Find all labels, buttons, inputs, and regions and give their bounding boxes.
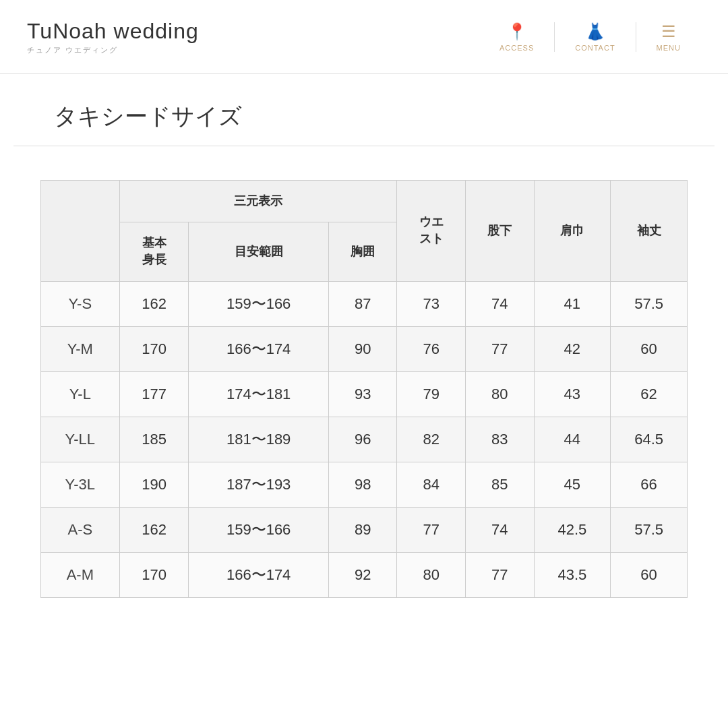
- cell-waist: 80: [397, 552, 466, 597]
- nav-access[interactable]: 📍 ACCESS: [479, 22, 555, 52]
- cell-kata: 41: [534, 281, 611, 326]
- cell-waist: 84: [397, 462, 466, 507]
- cell-kata: 43: [534, 371, 611, 417]
- cell-meyasu: 187〜193: [189, 462, 328, 507]
- nav-contact[interactable]: 👗 CONTACT: [555, 22, 636, 52]
- cell-meyasu: 166〜174: [189, 326, 328, 371]
- table-area: 三元表示 ウエスト 股下 肩巾 袖丈 基本身長 目安範囲 胸囲 Y-S16215…: [0, 146, 728, 632]
- size-table: 三元表示 ウエスト 股下 肩巾 袖丈 基本身長 目安範囲 胸囲 Y-S16215…: [40, 180, 688, 598]
- cell-kihon: 170: [119, 552, 189, 597]
- th-size-empty: [41, 181, 120, 282]
- menu-icon: ☰: [661, 22, 676, 41]
- cell-kata: 42: [534, 326, 611, 371]
- cell-sode: 57.5: [611, 281, 688, 326]
- cell-meyasu: 181〜189: [189, 417, 328, 462]
- th-meyasu: 目安範囲: [189, 222, 328, 281]
- contact-label: CONTACT: [575, 44, 615, 52]
- table-row: Y-3L190187〜1939884854566: [41, 462, 688, 507]
- table-row: A-M170166〜17492807743.560: [41, 552, 688, 597]
- cell-mune: 92: [328, 552, 397, 597]
- cell-mata: 74: [465, 507, 534, 552]
- cell-size: A-S: [41, 507, 120, 552]
- nav-menu[interactable]: ☰ MENU: [636, 22, 701, 52]
- cell-mata: 83: [465, 417, 534, 462]
- table-row: Y-M170166〜1749076774260: [41, 326, 688, 371]
- cell-mune: 90: [328, 326, 397, 371]
- cell-waist: 79: [397, 371, 466, 417]
- cell-sode: 57.5: [611, 507, 688, 552]
- table-row: Y-L177174〜1819379804362: [41, 371, 688, 417]
- cell-mune: 87: [328, 281, 397, 326]
- access-icon: 📍: [507, 22, 527, 41]
- cell-waist: 82: [397, 417, 466, 462]
- th-mune: 胸囲: [328, 222, 397, 281]
- nav-area: 📍 ACCESS 👗 CONTACT ☰ MENU: [479, 22, 701, 52]
- cell-waist: 76: [397, 326, 466, 371]
- th-sode: 袖丈: [611, 181, 688, 282]
- cell-mune: 93: [328, 371, 397, 417]
- table-row: Y-LL185181〜1899682834464.5: [41, 417, 688, 462]
- cell-size: Y-L: [41, 371, 120, 417]
- cell-mune: 98: [328, 462, 397, 507]
- cell-kata: 43.5: [534, 552, 611, 597]
- cell-kata: 44: [534, 417, 611, 462]
- cell-size: Y-S: [41, 281, 120, 326]
- access-label: ACCESS: [499, 44, 534, 52]
- table-row: A-S162159〜16689777442.557.5: [41, 507, 688, 552]
- cell-mata: 77: [465, 326, 534, 371]
- logo-sub: チュノア ウエディング: [27, 45, 479, 55]
- cell-waist: 77: [397, 507, 466, 552]
- cell-sode: 62: [611, 371, 688, 417]
- th-mata: 股下: [465, 181, 534, 282]
- cell-meyasu: 159〜166: [189, 281, 328, 326]
- contact-icon: 👗: [585, 22, 605, 41]
- cell-sode: 60: [611, 326, 688, 371]
- cell-size: A-M: [41, 552, 120, 597]
- logo-area: TuNoah wedding チュノア ウエディング: [27, 19, 479, 55]
- logo-main: TuNoah wedding: [27, 19, 479, 44]
- cell-kihon: 190: [119, 462, 189, 507]
- cell-meyasu: 174〜181: [189, 371, 328, 417]
- cell-mune: 96: [328, 417, 397, 462]
- th-kata: 肩巾: [534, 181, 611, 282]
- cell-sode: 66: [611, 462, 688, 507]
- cell-mune: 89: [328, 507, 397, 552]
- cell-kata: 42.5: [534, 507, 611, 552]
- cell-mata: 74: [465, 281, 534, 326]
- site-header: TuNoah wedding チュノア ウエディング 📍 ACCESS 👗 CO…: [0, 0, 728, 74]
- cell-kata: 45: [534, 462, 611, 507]
- cell-waist: 73: [397, 281, 466, 326]
- cell-sode: 60: [611, 552, 688, 597]
- cell-mata: 85: [465, 462, 534, 507]
- cell-mata: 80: [465, 371, 534, 417]
- cell-kihon: 185: [119, 417, 189, 462]
- cell-kihon: 162: [119, 507, 189, 552]
- cell-kihon: 177: [119, 371, 189, 417]
- cell-sode: 64.5: [611, 417, 688, 462]
- page-title: タキシードサイズ: [54, 101, 674, 132]
- th-kihon: 基本身長: [119, 222, 189, 281]
- cell-size: Y-LL: [41, 417, 120, 462]
- cell-meyasu: 166〜174: [189, 552, 328, 597]
- table-row: Y-S162159〜1668773744157.5: [41, 281, 688, 326]
- cell-mata: 77: [465, 552, 534, 597]
- menu-label: MENU: [657, 44, 681, 52]
- page-title-area: タキシードサイズ: [13, 74, 715, 146]
- th-sangen: 三元表示: [119, 181, 397, 222]
- cell-size: Y-3L: [41, 462, 120, 507]
- cell-meyasu: 159〜166: [189, 507, 328, 552]
- cell-kihon: 170: [119, 326, 189, 371]
- th-waist: ウエスト: [397, 181, 466, 282]
- cell-kihon: 162: [119, 281, 189, 326]
- cell-size: Y-M: [41, 326, 120, 371]
